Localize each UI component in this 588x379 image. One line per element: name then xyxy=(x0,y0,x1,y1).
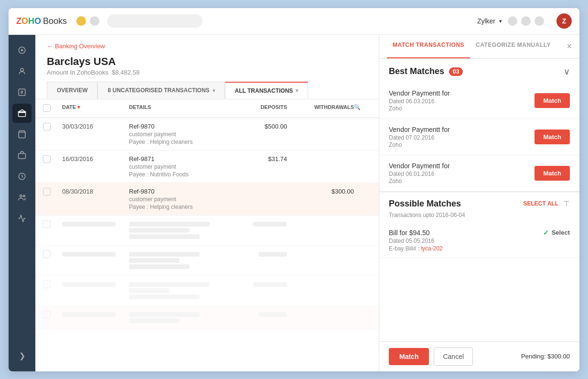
header-checkbox-cell xyxy=(43,104,62,113)
chevron-down-icon: ▾ xyxy=(296,88,298,93)
sidebar-item-reports[interactable] xyxy=(12,209,32,228)
row-date: 16/03/2016 xyxy=(62,155,129,162)
sidebar-item-cart[interactable] xyxy=(12,125,32,144)
header-details: DETAILS xyxy=(129,104,230,113)
match-title: Vendor Paymentt for xyxy=(389,162,450,170)
select-all-checkbox[interactable] xyxy=(43,104,51,112)
table-row xyxy=(35,276,379,306)
panel-tab-categorize[interactable]: CATEGORIZE MANUALLY xyxy=(470,35,556,58)
chevron-down-icon: ▾ xyxy=(499,18,502,24)
row-checkbox[interactable] xyxy=(43,123,62,132)
control-dot-5 xyxy=(535,16,544,26)
possible-item-title: Bill for $94.50 xyxy=(389,229,443,237)
sidebar: ❯ xyxy=(9,35,35,371)
app-name: Books xyxy=(43,16,67,26)
footer-match-button[interactable]: Match xyxy=(389,348,429,365)
panel-footer: Match Cancel Pending: $300.00 xyxy=(379,341,579,371)
match-source: Zoho xyxy=(389,178,450,184)
best-matches-header: Best Matches 03 ∨ xyxy=(379,59,579,83)
row-checkbox[interactable] xyxy=(43,281,62,290)
svg-point-2 xyxy=(21,68,23,71)
svg-point-9 xyxy=(23,195,25,197)
user-menu[interactable]: Zylker ▾ xyxy=(477,17,502,25)
best-match-item: Vendor Paymentt for Dated 07.02.2016 Zoh… xyxy=(379,119,579,155)
row-checkbox[interactable] xyxy=(43,188,62,197)
match-date: Dated 07.02.2016 xyxy=(389,134,450,141)
match-button[interactable]: Match xyxy=(535,93,570,108)
sidebar-item-items[interactable] xyxy=(12,83,32,102)
table-row: 08/30/2018 Ref-9870 customer payment Pay… xyxy=(35,183,379,216)
avatar[interactable]: Z xyxy=(556,13,572,29)
top-bar-right-controls xyxy=(508,16,544,26)
sidebar-item-dashboard[interactable] xyxy=(12,41,32,60)
panel-tabs: MATCH TRANSACTIONS CATEGORIZE MANUALLY × xyxy=(379,35,579,59)
possible-matches-header: Possible Matches SELECT ALL ⊤ xyxy=(379,192,579,212)
row-withdrawal: $300.00 xyxy=(287,188,354,195)
header-date: DATE ▾ xyxy=(62,104,129,113)
match-source: Zoho xyxy=(389,141,450,148)
row-checkbox[interactable] xyxy=(43,311,62,320)
row-ref: Ref-9870 xyxy=(129,188,230,195)
control-dot-2 xyxy=(90,16,99,26)
row-checkbox[interactable] xyxy=(43,220,62,229)
table-row xyxy=(35,216,379,246)
filter-icon[interactable]: ⊤ xyxy=(563,199,570,208)
select-button[interactable]: ✓ Select xyxy=(543,229,570,237)
tab-uncategorised[interactable]: 8 UNCATEGORISED TRANSACTIONS ▾ xyxy=(97,82,225,99)
panel-tab-match[interactable]: MATCH TRANSACTIONS xyxy=(387,35,470,58)
table-row: 30/03/2016 Ref-9870 customer payment Pay… xyxy=(35,118,379,151)
row-date: 30/03/2016 xyxy=(62,123,129,130)
panel-content: Best Matches 03 ∨ Vendor Paymentt for Da… xyxy=(379,59,579,341)
possible-matches-section: Possible Matches SELECT ALL ⊤ Transactio… xyxy=(379,192,579,258)
page-subtitle: Amount In ZohoBooks $8,482.59 xyxy=(47,69,367,76)
row-deposit: $31.74 xyxy=(230,155,287,162)
match-button[interactable]: Match xyxy=(535,166,570,181)
close-button[interactable]: × xyxy=(567,35,572,58)
chevron-down-icon[interactable]: ∨ xyxy=(564,66,570,77)
sidebar-item-contacts[interactable] xyxy=(12,62,32,81)
best-match-item: Vendor Paymentt for Dated 06.01.2016 Zoh… xyxy=(379,155,579,192)
top-bar: Z O H O Books Zylker ▾ Z xyxy=(9,8,579,35)
tab-overview[interactable]: OVERVIEW xyxy=(47,82,97,99)
sort-icon: ▾ xyxy=(77,104,80,110)
sidebar-toggle[interactable]: ❯ xyxy=(12,347,32,366)
svg-point-8 xyxy=(20,195,22,197)
row-line1: customer payment xyxy=(129,196,230,203)
possible-item-date: Dated 05.05.2016 xyxy=(389,238,443,244)
checkmark-icon: ✓ xyxy=(543,229,549,237)
row-date: 08/30/2018 xyxy=(62,188,129,195)
top-bar-search-bar[interactable] xyxy=(107,14,203,28)
best-matches-badge: 03 xyxy=(449,67,463,76)
page-title: Barclays USA xyxy=(47,55,367,68)
row-details: Ref-9871 customer payment Payee : Nutrit… xyxy=(129,155,230,178)
bill-link[interactable]: lyca-202 xyxy=(421,245,442,252)
select-all-link[interactable]: SELECT ALL xyxy=(523,200,558,207)
select-label: Select xyxy=(552,229,570,236)
header-withdrawals: WITHDRAWALS xyxy=(287,104,354,113)
search-icon[interactable]: 🔍 xyxy=(354,104,361,110)
table-row: 16/03/2016 Ref-9871 customer payment Pay… xyxy=(35,151,379,183)
best-match-item: Vendor Paymentt for Dated 06.03.2016 Zoh… xyxy=(379,83,579,119)
row-line1: customer payment xyxy=(129,163,230,170)
row-checkbox[interactable] xyxy=(43,155,62,164)
header-search-cell[interactable]: 🔍 xyxy=(354,104,371,113)
footer-cancel-button[interactable]: Cancel xyxy=(434,347,473,366)
sidebar-item-time[interactable] xyxy=(12,167,32,186)
match-title: Vendor Paymentt for xyxy=(389,89,450,97)
breadcrumb[interactable]: ← Banking Overview xyxy=(47,43,367,50)
sidebar-item-banking[interactable] xyxy=(12,104,32,123)
chevron-down-icon: ▾ xyxy=(213,88,215,93)
sidebar-item-people[interactable] xyxy=(12,188,32,207)
tab-all-transactions[interactable]: ALL TRANSACTIONS ▾ xyxy=(225,82,309,99)
row-checkbox[interactable] xyxy=(43,250,62,260)
row-line1: customer payment xyxy=(129,131,230,138)
svg-point-1 xyxy=(21,49,23,51)
zoho-logo: Z O H O xyxy=(16,15,41,27)
match-button[interactable]: Match xyxy=(535,130,570,144)
user-name: Zylker xyxy=(477,17,495,25)
sidebar-item-packages[interactable] xyxy=(12,146,32,165)
subtitle-prefix: Amount In ZohoBooks xyxy=(47,69,108,76)
control-dot-1 xyxy=(76,16,86,26)
row-line2: Payee : Nutritivo Foods xyxy=(129,171,230,178)
top-bar-controls xyxy=(76,16,99,26)
